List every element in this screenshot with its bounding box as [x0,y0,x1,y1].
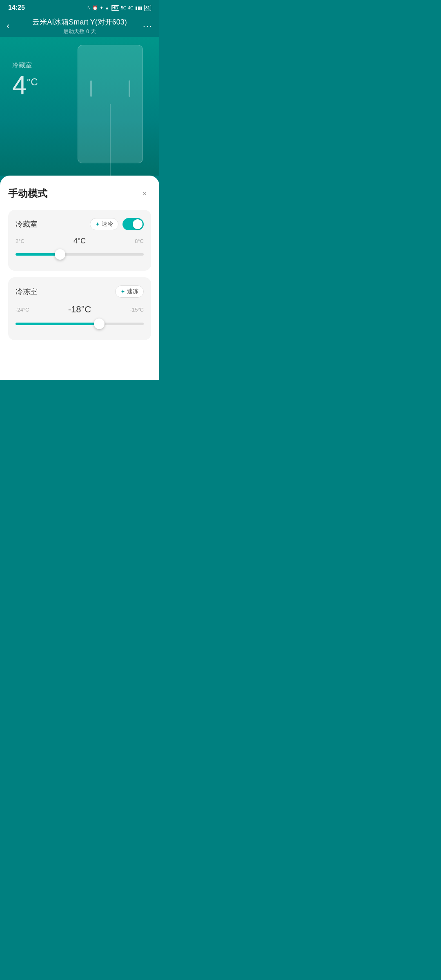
bluetooth-icon: ✦ [100,5,103,11]
status-bar: 14:25 N ⏰ ✦ ▲ HD 5G 4G ▮▮▮ 81 [0,0,159,14]
fridge-max-temp: 8°C [135,238,144,244]
freezer-current-temp: -18°C [68,304,91,315]
fridge-illustration [74,45,147,167]
freezer-min-temp: -24°C [16,307,29,313]
wifi-icon: ▲ [105,5,109,10]
quick-freeze-button[interactable]: ✦ 速冻 [115,285,144,298]
fridge-card-header: 冷藏室 ✦ 速冷 [16,218,144,230]
freezer-label: 冷冻室 [16,287,38,296]
hd-icon: HD [111,5,119,11]
fridge-temp-row: 2°C 4°C 8°C [16,237,144,245]
freezer-slider[interactable] [16,323,144,325]
fridge-slider[interactable] [16,253,144,256]
fridge-handle-right [129,80,130,97]
fridge-toggle-thumb [133,219,143,229]
hero-temperature: 4°C [12,72,38,98]
fridge-body [78,45,143,163]
freezer-slider-wrapper[interactable] [16,317,144,330]
freezer-card-header: 冷冻室 ✦ 速冻 [16,285,144,298]
fridge-toggle[interactable] [122,218,144,230]
hero-temp-info: 冷藏室 4°C [12,61,38,98]
hero-section: 冷藏室 4°C [0,37,159,176]
snowflake-icon: ✦ [95,221,100,227]
5g-icon: 5G [121,6,126,10]
sheet-title: 手动模式 [8,187,47,200]
freezer-max-temp: -15°C [130,307,144,313]
fridge-current-temp: 4°C [74,237,86,245]
freezer-temp-row: -24°C -18°C -15°C [16,304,144,315]
bottom-sheet: 手动模式 × 冷藏室 ✦ 速冷 2°C 4°C 8°C [0,176,159,380]
close-button[interactable]: × [138,187,151,200]
fridge-slider-wrapper[interactable] [16,248,144,261]
quick-cool-label: 速冷 [102,220,113,228]
snowflake-icon-2: ✦ [120,288,125,295]
status-icons: N ⏰ ✦ ▲ HD 5G 4G ▮▮▮ 81 [87,5,151,11]
back-button[interactable]: ‹ [7,21,20,31]
fridge-label: 冷藏室 [16,219,38,229]
header: ‹ 云米AI冰箱Smart Y(对开603) 启动天数 0 天 ··· [0,14,159,37]
fridge-min-temp: 2°C [16,238,24,244]
sheet-title-row: 手动模式 × [8,187,151,200]
status-time: 14:25 [8,4,25,11]
fridge-handle-left [90,80,92,97]
more-button[interactable]: ··· [140,21,153,31]
4g-icon: 4G [128,6,134,10]
freezer-card: 冷冻室 ✦ 速冻 -24°C -18°C -15°C [8,277,151,340]
quick-freeze-label: 速冻 [127,288,138,295]
battery-icon: 81 [144,5,151,11]
fridge-actions: ✦ 速冷 [90,218,144,230]
alarm-icon: ⏰ [92,5,98,11]
device-title: 云米AI冰箱Smart Y(对开603) [32,17,127,27]
nfc-icon: N [87,5,91,10]
signal-icon: ▮▮▮ [135,5,143,11]
fridge-card: 冷藏室 ✦ 速冷 2°C 4°C 8°C [8,210,151,271]
device-subtitle: 启动天数 0 天 [32,28,127,35]
quick-cool-button[interactable]: ✦ 速冷 [90,218,118,230]
header-center: 云米AI冰箱Smart Y(对开603) 启动天数 0 天 [32,17,127,35]
hero-room-label: 冷藏室 [12,61,38,70]
fridge-divider [110,104,111,176]
freezer-actions: ✦ 速冻 [115,285,144,298]
